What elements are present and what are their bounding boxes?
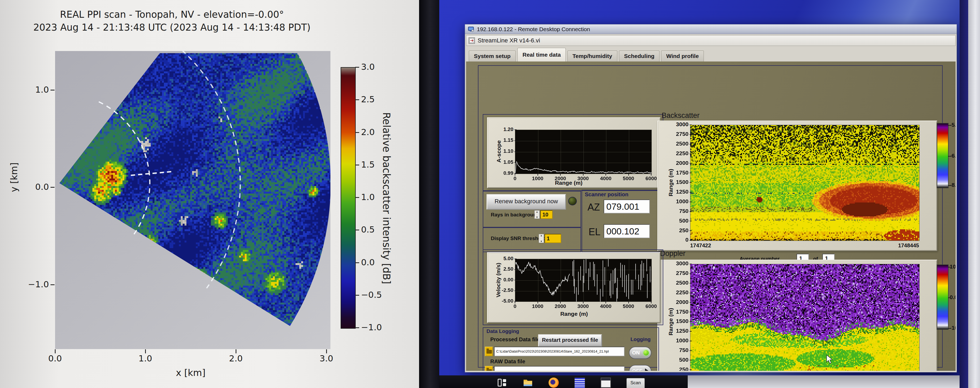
- vi-titlebar[interactable]: StreamLine XR v14-6.vi: [466, 35, 956, 46]
- graph-x-tick-label: 0: [504, 304, 526, 309]
- mouse-cursor: [826, 355, 833, 364]
- processed-path-browse-button[interactable]: [485, 347, 493, 356]
- graph-y-tick-label: 1.10: [492, 148, 513, 154]
- blue-app-icon[interactable]: [574, 377, 585, 388]
- graph-y-tick-mark: [690, 221, 692, 221]
- doppler-heatmap: [690, 264, 920, 371]
- renew-background-button[interactable]: Renew background now: [487, 194, 566, 210]
- tab-strip: System setupReal time dataTemp/humidityS…: [466, 46, 956, 62]
- restart-processed-file-button[interactable]: Restart processed file: [538, 334, 602, 347]
- x-tick-mark: [145, 349, 146, 353]
- processed-path-field[interactable]: C:\Lidar\Data\Proc\2023\202308\20230814\…: [494, 347, 625, 356]
- snr-spinner[interactable]: ▲▼: [539, 234, 544, 243]
- x-tick-mark: [55, 349, 56, 353]
- graph-y-tick-mark: [514, 269, 517, 270]
- graph-x-tick-mark: [583, 173, 584, 176]
- graph-y-tick-label: 0: [667, 237, 689, 243]
- backscatter-heatmap: [690, 125, 920, 241]
- tab-temp-humidity[interactable]: Temp/humidity: [567, 51, 617, 62]
- graph-x-tick-label: 5000: [618, 176, 640, 181]
- ppi-plot-area: [55, 51, 331, 349]
- task-view-icon[interactable]: [497, 377, 507, 388]
- window-app-icon[interactable]: [601, 377, 611, 388]
- graph-y-tick-mark: [514, 259, 517, 259]
- laptop-right-bezel: [968, 0, 980, 388]
- colorbar-tick-mark: [948, 297, 951, 298]
- graph-x-tick-label: 4000: [595, 176, 617, 181]
- el-value-field[interactable]: 000.102: [604, 224, 650, 238]
- tab-system-setup[interactable]: System setup: [469, 51, 516, 62]
- colorbar-tick-mark: [948, 267, 951, 267]
- az-label: AZ: [587, 202, 600, 213]
- graph-y-tick-label: 2500: [667, 280, 689, 286]
- backscatter-colorbar: [937, 123, 948, 188]
- rays-in-background-field[interactable]: 10: [540, 210, 553, 219]
- tab-real-time-data[interactable]: Real time data: [517, 48, 566, 62]
- graph-x-tick-label: 3000: [573, 176, 594, 181]
- colorbar-tick-mark: [355, 197, 359, 198]
- x-tick-label: 3.0: [316, 353, 337, 364]
- spinner-up-icon[interactable]: ▲: [540, 234, 542, 237]
- rdp-titlebar[interactable]: 192.168.0.122 - Remote Desktop Connectio…: [465, 24, 957, 34]
- spinner-down-icon[interactable]: ▼: [536, 216, 538, 219]
- colorbar-tick-label: 1.0: [361, 192, 375, 202]
- y-tick-label: −1.0: [27, 279, 49, 289]
- graph-y-tick-mark: [690, 283, 692, 283]
- colorbar-tick-mark: [355, 327, 359, 328]
- ppi-title-line2: 2023 Aug 14 - 21:13:48 UTC (2023 Aug 14 …: [11, 21, 333, 34]
- x-tick-label: 2.0: [225, 353, 247, 364]
- graph-y-tick-label: 0.99: [492, 170, 513, 176]
- ppi-colorbar: [340, 67, 356, 329]
- graph-y-tick-label: 5.00: [492, 256, 513, 262]
- firefox-icon[interactable]: [549, 377, 559, 388]
- tab-wind-profile[interactable]: Wind profile: [661, 51, 704, 62]
- graph-y-tick-mark: [690, 293, 692, 293]
- graph-y-tick-mark: [690, 192, 692, 192]
- ppi-colorbar-label: Relative backscatter intensity [dB]: [381, 112, 392, 284]
- raw-logging-toggle[interactable]: OFF: [629, 365, 651, 371]
- graph-y-tick-mark: [690, 231, 692, 231]
- file-explorer-icon[interactable]: [523, 377, 533, 388]
- graph-y-tick-label: 2.50: [492, 266, 513, 272]
- graph-y-tick-mark: [514, 280, 517, 280]
- tab-scheduling[interactable]: Scheduling: [619, 51, 660, 62]
- graph-y-tick-label: 750: [667, 208, 689, 214]
- raw-path-browse-button[interactable]: [485, 366, 493, 371]
- ppi-title-line1: REAL PPI scan - Tonopah, NV - elevation=…: [11, 8, 333, 21]
- colorbar-tick-label: −1.0: [361, 322, 382, 332]
- graph-y-tick-mark: [690, 312, 692, 312]
- graph-y-tick-mark: [690, 134, 692, 135]
- graph-x-tick-label: 0: [504, 176, 526, 181]
- graph-y-tick-label: 250: [667, 366, 689, 371]
- scene: REAL PPI scan - Tonopah, NV - elevation=…: [0, 0, 980, 388]
- graph-y-tick-label: 500: [667, 356, 689, 363]
- graph-x-tick-mark: [606, 301, 606, 304]
- colorbar-tick-mark: [355, 165, 359, 165]
- graph-x-tick-mark: [515, 301, 515, 304]
- raw-path-field[interactable]: [494, 366, 625, 371]
- colorbar-tick-label: -5.0: [950, 122, 956, 128]
- colorbar-tick-label: 2.5: [361, 94, 375, 105]
- graph-x-tick-mark: [628, 173, 629, 176]
- graph-y-tick-label: -2.50: [492, 287, 513, 293]
- snr-threshold-field[interactable]: 1: [544, 234, 561, 243]
- colorbar-tick-label: -8.0: [950, 182, 956, 188]
- graph-y-tick-mark: [690, 274, 692, 274]
- graph-y-tick-label: 1750: [667, 308, 689, 315]
- graph-y-tick-label: 1250: [667, 189, 689, 195]
- graph-y-tick-mark: [690, 341, 692, 341]
- colorbar-tick-mark: [355, 295, 359, 296]
- scan-taskbar-button[interactable]: Scan: [627, 378, 645, 388]
- graph-y-tick-label: 1500: [667, 318, 689, 324]
- display-snr-threshold-label: Display SNR threshold: [491, 235, 546, 242]
- graph-x-tick-label: 1000: [527, 176, 549, 181]
- graph-y-tick-mark: [514, 140, 517, 141]
- processed-logging-toggle[interactable]: ON: [629, 347, 651, 359]
- spinner-down-icon[interactable]: ▼: [540, 240, 542, 243]
- x-tick-label: 1.0: [135, 353, 156, 364]
- backscatter-title: Backscatter: [662, 111, 700, 120]
- rays-spinner[interactable]: ▲▼: [535, 210, 540, 219]
- spinner-up-icon[interactable]: ▲: [536, 210, 538, 213]
- az-value-field[interactable]: 079.001: [604, 199, 650, 213]
- y-tick-mark: [51, 90, 54, 91]
